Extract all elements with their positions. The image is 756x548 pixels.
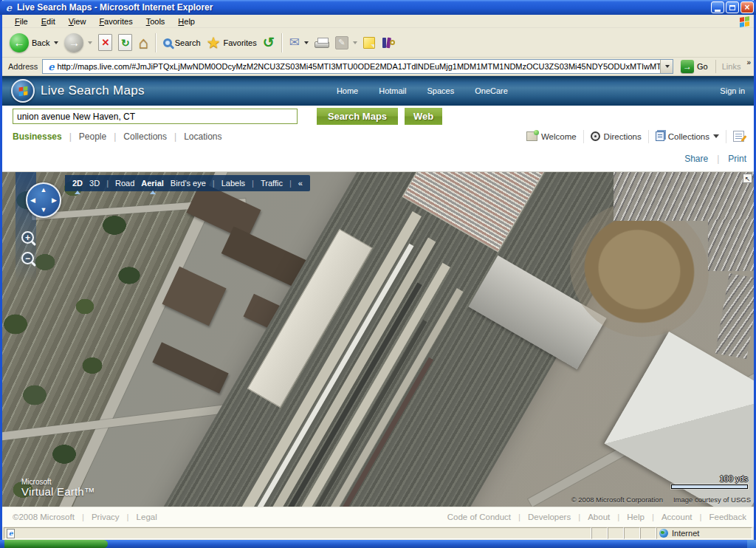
- menu-file[interactable]: File: [8, 17, 35, 26]
- nav-home[interactable]: Home: [337, 86, 358, 95]
- title-bar[interactable]: e Live Search Maps - Microsoft Internet …: [0, 0, 756, 15]
- research-button[interactable]: [378, 35, 397, 50]
- mail-button[interactable]: ✉: [286, 35, 312, 50]
- web-search-button[interactable]: Web: [405, 108, 442, 125]
- pan-east-icon[interactable]: ▶: [52, 197, 57, 204]
- menu-help[interactable]: Help: [171, 17, 202, 26]
- share-link[interactable]: Share: [684, 154, 708, 164]
- brand-title: Live Search Maps: [41, 83, 145, 98]
- zoom-out-button[interactable]: −: [21, 252, 34, 264]
- windows-taskbar[interactable]: [0, 540, 756, 548]
- footer-feedback[interactable]: Feedback: [709, 513, 746, 521]
- mail-dropdown-icon[interactable]: [304, 41, 309, 44]
- map-parking-lot: [708, 219, 754, 271]
- minimize-button[interactable]: [711, 1, 724, 13]
- search-icon: [163, 38, 172, 47]
- forward-button[interactable]: →: [61, 32, 95, 54]
- restore-button[interactable]: [726, 1, 739, 13]
- mail-icon: ✉: [289, 37, 300, 49]
- pan-west-icon[interactable]: ◀: [30, 197, 35, 204]
- nav-hotmail[interactable]: Hotmail: [379, 86, 406, 95]
- go-arrow-icon: →: [681, 60, 694, 73]
- close-button[interactable]: ×: [740, 1, 754, 13]
- tab-businesses[interactable]: Businesses: [13, 131, 69, 142]
- forward-icon: →: [64, 33, 83, 52]
- footer-help[interactable]: Help: [627, 513, 645, 521]
- pan-south-icon[interactable]: ▼: [41, 207, 47, 213]
- footer-copyright: ©2008 Microsoft: [13, 513, 75, 521]
- view-road-button[interactable]: Road: [115, 179, 134, 188]
- header-nav: Home Hotmail Spaces OneCare: [337, 86, 508, 95]
- view-birdseye-button[interactable]: Bird's eye: [171, 179, 206, 188]
- nav-spaces[interactable]: Spaces: [427, 86, 455, 95]
- footer-code-of-conduct[interactable]: Code of Conduct: [447, 513, 511, 521]
- search-maps-button[interactable]: Search Maps: [317, 108, 398, 125]
- footer-account[interactable]: Account: [662, 513, 693, 521]
- welcome-label: Welcome: [541, 132, 577, 141]
- tab-locations[interactable]: Locations: [176, 131, 229, 142]
- view-3d-button[interactable]: 3D: [89, 179, 100, 188]
- zoom-in-button[interactable]: +: [21, 231, 34, 244]
- map-expand-corner-button[interactable]: ↖: [743, 174, 752, 183]
- sign-in-link[interactable]: Sign in: [720, 86, 745, 95]
- nav-onecare[interactable]: OneCare: [475, 86, 508, 95]
- menu-tools[interactable]: Tools: [140, 17, 172, 26]
- history-button[interactable]: ↺: [260, 35, 278, 51]
- status-pane: [624, 527, 640, 539]
- welcome-button[interactable]: Welcome: [520, 130, 583, 143]
- page-done-icon: e: [7, 529, 15, 538]
- restore-icon: [729, 5, 735, 10]
- map-search-input[interactable]: [13, 109, 298, 124]
- toolbar-collapse-button[interactable]: «: [298, 179, 303, 188]
- footer-about[interactable]: About: [588, 513, 610, 521]
- links-chevron-icon[interactable]: »: [746, 58, 751, 66]
- menu-view[interactable]: View: [62, 17, 93, 26]
- home-icon: ⌂: [138, 35, 148, 51]
- scratchpad-button[interactable]: [726, 130, 751, 143]
- menu-favorites[interactable]: Favorites: [92, 17, 139, 26]
- map-credits: © 2008 Microsoft Corporation Image court…: [571, 496, 751, 504]
- footer-developers[interactable]: Developers: [528, 513, 571, 521]
- address-input[interactable]: e http://maps.live.com/#JmJiPTQxLjMwNDM0…: [42, 59, 673, 74]
- menu-bar: File Edit View Favorites Tools Help: [2, 15, 754, 28]
- home-button[interactable]: ⌂: [135, 33, 151, 52]
- status-pane: [591, 527, 608, 539]
- tab-collections[interactable]: Collections: [116, 131, 174, 142]
- start-button-edge[interactable]: [4, 540, 108, 548]
- footer-separator: |: [82, 513, 84, 521]
- view-separator: |: [289, 179, 292, 188]
- footer-legal[interactable]: Legal: [137, 513, 157, 521]
- go-button[interactable]: → Go: [678, 60, 711, 73]
- address-dropdown-button[interactable]: [660, 60, 673, 73]
- status-pane: [608, 527, 624, 539]
- directions-button[interactable]: Directions: [583, 130, 648, 143]
- aerial-map-canvas[interactable]: 2D 3D | Road Aerial Bird's eye | Labels …: [2, 171, 754, 507]
- page-favicon-icon: e: [45, 62, 57, 72]
- address-url[interactable]: http://maps.live.com/#JmJiPTQxLjMwNDM0OD…: [57, 62, 660, 71]
- collections-button[interactable]: Collections: [648, 130, 726, 143]
- map-compass-control[interactable]: ▲ ▼ ◀ ▶: [26, 182, 61, 218]
- favorites-button[interactable]: ★ Favorites: [204, 34, 260, 52]
- view-traffic-button[interactable]: Traffic: [261, 179, 283, 188]
- edit-button[interactable]: ✎: [332, 35, 360, 51]
- back-button[interactable]: ← Back: [7, 32, 61, 54]
- back-dropdown-icon[interactable]: [54, 41, 58, 44]
- view-separator: |: [252, 179, 254, 188]
- search-button[interactable]: Search: [160, 37, 204, 49]
- pan-north-icon[interactable]: ▲: [41, 187, 47, 193]
- view-2d-button[interactable]: 2D: [72, 179, 83, 188]
- system-tray-edge: [747, 540, 756, 548]
- footer-separator: |: [578, 513, 580, 521]
- print-link[interactable]: Print: [728, 154, 746, 164]
- menu-edit[interactable]: Edit: [35, 17, 62, 26]
- print-button[interactable]: [312, 35, 332, 49]
- view-aerial-button[interactable]: Aerial: [141, 179, 164, 188]
- footer-privacy[interactable]: Privacy: [92, 513, 120, 521]
- view-labels-button[interactable]: Labels: [221, 179, 245, 188]
- tab-people[interactable]: People: [72, 131, 114, 142]
- refresh-button[interactable]: ↻: [115, 32, 135, 52]
- stop-button[interactable]: ✕: [95, 32, 115, 52]
- links-toolbar[interactable]: Links: [715, 60, 743, 73]
- toolbar-separator: [155, 33, 157, 52]
- messenger-button[interactable]: [360, 35, 378, 50]
